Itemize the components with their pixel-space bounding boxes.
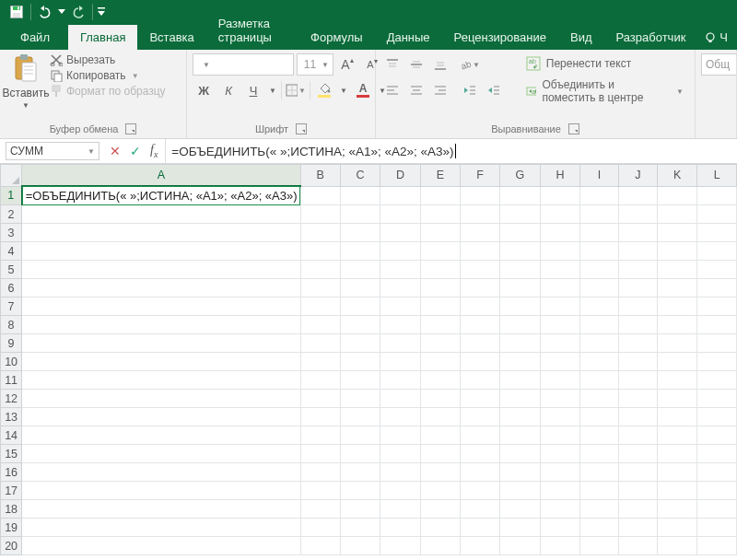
cell[interactable] bbox=[460, 242, 499, 261]
cell[interactable] bbox=[300, 242, 340, 261]
tab-insert[interactable]: Вставка bbox=[137, 25, 205, 50]
row-header[interactable]: 3 bbox=[1, 224, 22, 242]
row-header[interactable]: 13 bbox=[1, 408, 22, 426]
dialog-launcher-clipboard[interactable] bbox=[125, 123, 136, 134]
cell[interactable] bbox=[380, 500, 421, 519]
cell[interactable] bbox=[460, 500, 499, 519]
cell[interactable] bbox=[300, 519, 340, 537]
cell[interactable] bbox=[618, 371, 657, 390]
cell[interactable] bbox=[22, 334, 300, 353]
cell[interactable] bbox=[540, 316, 580, 334]
cell[interactable] bbox=[420, 224, 460, 242]
cell[interactable] bbox=[658, 445, 697, 463]
cell[interactable] bbox=[499, 353, 540, 371]
column-header[interactable]: I bbox=[580, 165, 618, 187]
cell[interactable] bbox=[618, 445, 657, 463]
cell[interactable] bbox=[618, 186, 657, 205]
align-right-button[interactable] bbox=[429, 79, 451, 101]
cell[interactable] bbox=[420, 519, 460, 537]
cell[interactable] bbox=[300, 261, 340, 279]
align-center-button[interactable] bbox=[405, 79, 427, 101]
cell[interactable] bbox=[658, 261, 697, 279]
cell[interactable] bbox=[420, 353, 460, 371]
cell[interactable] bbox=[658, 390, 697, 408]
cell[interactable] bbox=[420, 482, 460, 500]
cell[interactable] bbox=[340, 408, 380, 426]
cell[interactable] bbox=[580, 463, 618, 482]
cell[interactable] bbox=[420, 426, 460, 445]
cell[interactable] bbox=[300, 298, 340, 316]
cell[interactable] bbox=[499, 426, 540, 445]
column-header[interactable]: B bbox=[300, 165, 340, 187]
cell[interactable] bbox=[340, 482, 380, 500]
enter-formula-button[interactable]: ✓ bbox=[130, 144, 141, 158]
row-header[interactable]: 14 bbox=[1, 426, 22, 445]
column-header[interactable]: F bbox=[460, 165, 499, 187]
cell[interactable] bbox=[540, 426, 580, 445]
row-header[interactable]: 8 bbox=[1, 316, 22, 334]
cell[interactable] bbox=[499, 334, 540, 353]
cell[interactable] bbox=[658, 408, 697, 426]
cell[interactable] bbox=[380, 445, 421, 463]
cell[interactable] bbox=[460, 519, 499, 537]
cell[interactable] bbox=[340, 279, 380, 298]
cell[interactable] bbox=[499, 224, 540, 242]
cell[interactable] bbox=[658, 298, 697, 316]
row-header[interactable]: 12 bbox=[1, 390, 22, 408]
cell[interactable] bbox=[540, 279, 580, 298]
grow-font-button[interactable]: A▴ bbox=[336, 53, 358, 76]
cell[interactable] bbox=[420, 205, 460, 224]
cell[interactable] bbox=[697, 186, 737, 205]
column-header[interactable]: C bbox=[340, 165, 380, 187]
cell[interactable] bbox=[697, 426, 737, 445]
cell[interactable] bbox=[540, 186, 580, 205]
cell[interactable] bbox=[380, 482, 421, 500]
cell[interactable] bbox=[658, 519, 697, 537]
cell[interactable] bbox=[580, 186, 618, 205]
cell[interactable] bbox=[420, 537, 460, 555]
cell[interactable] bbox=[460, 445, 499, 463]
cell[interactable] bbox=[380, 353, 421, 371]
cell[interactable] bbox=[420, 186, 460, 205]
cell[interactable] bbox=[22, 279, 300, 298]
cell[interactable] bbox=[460, 334, 499, 353]
cell[interactable] bbox=[420, 390, 460, 408]
cell[interactable] bbox=[658, 279, 697, 298]
cell[interactable] bbox=[499, 316, 540, 334]
cell[interactable] bbox=[22, 482, 300, 500]
cell[interactable] bbox=[580, 261, 618, 279]
cell[interactable] bbox=[580, 426, 618, 445]
cell[interactable] bbox=[658, 334, 697, 353]
tab-view[interactable]: Вид bbox=[558, 25, 604, 50]
cell[interactable] bbox=[22, 519, 300, 537]
cell[interactable] bbox=[658, 482, 697, 500]
column-header[interactable]: L bbox=[697, 165, 737, 187]
cell[interactable] bbox=[300, 445, 340, 463]
cell[interactable] bbox=[22, 390, 300, 408]
cell[interactable] bbox=[460, 408, 499, 426]
font-color-button[interactable]: A bbox=[352, 79, 374, 101]
cell[interactable] bbox=[420, 445, 460, 463]
cell[interactable] bbox=[618, 408, 657, 426]
cell[interactable] bbox=[460, 537, 499, 555]
cell[interactable] bbox=[380, 316, 421, 334]
tab-formulas[interactable]: Формулы bbox=[298, 25, 375, 50]
cell[interactable] bbox=[580, 482, 618, 500]
chevron-down-icon[interactable]: ▼ bbox=[88, 147, 95, 156]
cell[interactable] bbox=[340, 298, 380, 316]
wrap-text-button[interactable]: ab Перенести текст bbox=[521, 53, 637, 74]
cell[interactable] bbox=[540, 205, 580, 224]
cell[interactable] bbox=[380, 224, 421, 242]
cell[interactable] bbox=[300, 186, 340, 205]
align-top-button[interactable] bbox=[381, 53, 404, 76]
column-header[interactable]: K bbox=[658, 165, 697, 187]
cell[interactable] bbox=[460, 186, 499, 205]
cell[interactable] bbox=[420, 298, 460, 316]
cell[interactable] bbox=[697, 205, 737, 224]
cell[interactable] bbox=[618, 500, 657, 519]
cell[interactable] bbox=[618, 353, 657, 371]
row-header[interactable]: 2 bbox=[1, 205, 22, 224]
cell[interactable] bbox=[22, 224, 300, 242]
merge-center-button[interactable]: a Объединить и поместить в центре ▼ bbox=[521, 76, 689, 107]
cell[interactable] bbox=[340, 463, 380, 482]
